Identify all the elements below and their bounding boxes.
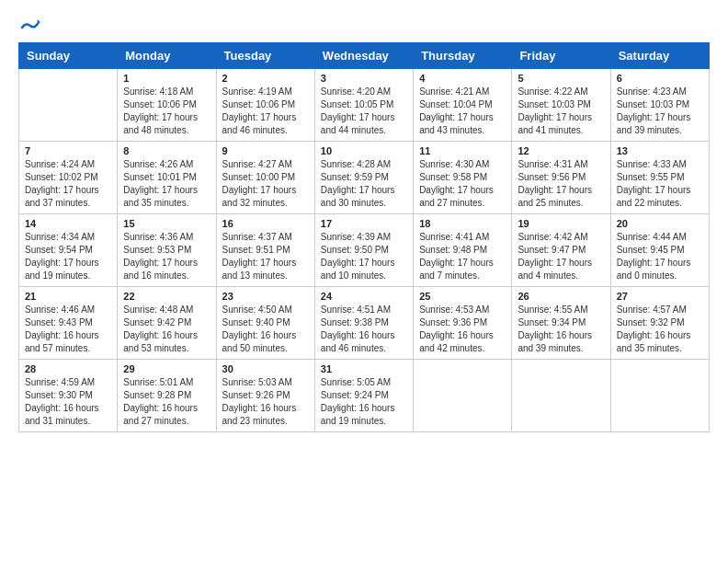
calendar-cell: 31Sunrise: 5:05 AM Sunset: 9:24 PM Dayli… [314, 360, 413, 432]
calendar-cell: 4Sunrise: 4:21 AM Sunset: 10:04 PM Dayli… [414, 69, 512, 142]
date-number: 16 [222, 218, 309, 229]
day-info: Sunrise: 4:26 AM Sunset: 10:01 PM Daylig… [123, 158, 210, 210]
calendar-cell: 12Sunrise: 4:31 AM Sunset: 9:56 PM Dayli… [512, 142, 610, 214]
day-info: Sunrise: 4:34 AM Sunset: 9:54 PM Dayligh… [25, 231, 111, 282]
date-number: 8 [123, 145, 210, 156]
date-number: 24 [321, 291, 407, 302]
day-info: Sunrise: 4:57 AM Sunset: 9:32 PM Dayligh… [617, 304, 703, 355]
day-info: Sunrise: 4:31 AM Sunset: 9:56 PM Dayligh… [518, 158, 604, 210]
calendar-cell [610, 360, 709, 432]
date-number: 22 [123, 291, 210, 302]
date-number: 2 [222, 73, 309, 84]
day-info: Sunrise: 4:53 AM Sunset: 9:36 PM Dayligh… [419, 304, 506, 355]
day-info: Sunrise: 4:51 AM Sunset: 9:38 PM Dayligh… [321, 304, 407, 355]
calendar-week-row: 7Sunrise: 4:24 AM Sunset: 10:02 PM Dayli… [19, 142, 710, 214]
header-day-thursday: Thursday [414, 43, 512, 69]
calendar-cell: 24Sunrise: 4:51 AM Sunset: 9:38 PM Dayli… [314, 287, 413, 360]
day-info: Sunrise: 4:21 AM Sunset: 10:04 PM Daylig… [419, 86, 506, 137]
date-number: 17 [321, 218, 407, 229]
calendar-cell: 7Sunrise: 4:24 AM Sunset: 10:02 PM Dayli… [19, 142, 118, 214]
calendar-cell: 27Sunrise: 4:57 AM Sunset: 9:32 PM Dayli… [610, 287, 709, 360]
calendar-cell: 19Sunrise: 4:42 AM Sunset: 9:47 PM Dayli… [512, 214, 610, 287]
date-number: 5 [518, 73, 604, 84]
calendar-week-row: 14Sunrise: 4:34 AM Sunset: 9:54 PM Dayli… [19, 214, 710, 287]
calendar-cell: 10Sunrise: 4:28 AM Sunset: 9:59 PM Dayli… [314, 142, 413, 214]
calendar-cell: 28Sunrise: 4:59 AM Sunset: 9:30 PM Dayli… [19, 360, 118, 432]
calendar-cell: 25Sunrise: 4:53 AM Sunset: 9:36 PM Dayli… [414, 287, 512, 360]
date-number: 30 [222, 363, 309, 374]
header-day-tuesday: Tuesday [216, 43, 314, 69]
date-number: 11 [419, 145, 506, 156]
header-day-saturday: Saturday [610, 43, 709, 69]
day-info: Sunrise: 4:44 AM Sunset: 9:45 PM Dayligh… [617, 231, 703, 282]
day-info: Sunrise: 4:19 AM Sunset: 10:06 PM Daylig… [222, 86, 309, 137]
day-info: Sunrise: 4:27 AM Sunset: 10:00 PM Daylig… [222, 158, 309, 210]
date-number: 14 [25, 218, 111, 229]
calendar-header-row: SundayMondayTuesdayWednesdayThursdayFrid… [19, 43, 710, 69]
header-day-sunday: Sunday [19, 43, 118, 69]
calendar-cell: 21Sunrise: 4:46 AM Sunset: 9:43 PM Dayli… [19, 287, 118, 360]
calendar-cell: 22Sunrise: 4:48 AM Sunset: 9:42 PM Dayli… [118, 287, 216, 360]
date-number: 15 [123, 218, 210, 229]
calendar-cell: 5Sunrise: 4:22 AM Sunset: 10:03 PM Dayli… [512, 69, 610, 142]
date-number: 12 [518, 145, 604, 156]
day-info: Sunrise: 4:50 AM Sunset: 9:40 PM Dayligh… [222, 304, 309, 355]
date-number: 26 [518, 291, 604, 302]
date-number: 6 [617, 73, 703, 84]
day-info: Sunrise: 4:22 AM Sunset: 10:03 PM Daylig… [518, 86, 604, 137]
date-number: 29 [123, 363, 210, 374]
day-info: Sunrise: 5:01 AM Sunset: 9:28 PM Dayligh… [123, 376, 210, 428]
calendar-cell: 8Sunrise: 4:26 AM Sunset: 10:01 PM Dayli… [118, 142, 216, 214]
calendar-cell: 9Sunrise: 4:27 AM Sunset: 10:00 PM Dayli… [216, 142, 314, 214]
calendar-cell: 1Sunrise: 4:18 AM Sunset: 10:06 PM Dayli… [118, 69, 216, 142]
day-info: Sunrise: 5:03 AM Sunset: 9:26 PM Dayligh… [222, 376, 309, 428]
day-info: Sunrise: 4:36 AM Sunset: 9:53 PM Dayligh… [123, 231, 210, 282]
calendar-week-row: 1Sunrise: 4:18 AM Sunset: 10:06 PM Dayli… [19, 69, 710, 142]
calendar-cell [19, 69, 118, 142]
date-number: 20 [617, 218, 703, 229]
date-number: 18 [419, 218, 506, 229]
calendar-cell: 15Sunrise: 4:36 AM Sunset: 9:53 PM Dayli… [118, 214, 216, 287]
header-day-friday: Friday [512, 43, 610, 69]
date-number: 28 [25, 363, 111, 374]
logo-wave-icon [20, 15, 40, 35]
date-number: 3 [321, 73, 407, 84]
calendar-cell: 20Sunrise: 4:44 AM Sunset: 9:45 PM Dayli… [610, 214, 709, 287]
calendar-cell: 30Sunrise: 5:03 AM Sunset: 9:26 PM Dayli… [216, 360, 314, 432]
date-number: 7 [25, 145, 111, 156]
logo [18, 15, 40, 35]
day-info: Sunrise: 4:41 AM Sunset: 9:48 PM Dayligh… [419, 231, 506, 282]
calendar-cell: 2Sunrise: 4:19 AM Sunset: 10:06 PM Dayli… [216, 69, 314, 142]
calendar-cell: 26Sunrise: 4:55 AM Sunset: 9:34 PM Dayli… [512, 287, 610, 360]
day-info: Sunrise: 4:46 AM Sunset: 9:43 PM Dayligh… [25, 304, 111, 355]
date-number: 31 [321, 363, 407, 374]
header-day-wednesday: Wednesday [314, 43, 413, 69]
calendar-week-row: 21Sunrise: 4:46 AM Sunset: 9:43 PM Dayli… [19, 287, 710, 360]
date-number: 19 [518, 218, 604, 229]
date-number: 10 [321, 145, 407, 156]
calendar-cell: 14Sunrise: 4:34 AM Sunset: 9:54 PM Dayli… [19, 214, 118, 287]
calendar-table: SundayMondayTuesdayWednesdayThursdayFrid… [18, 42, 710, 432]
day-info: Sunrise: 4:59 AM Sunset: 9:30 PM Dayligh… [25, 376, 111, 428]
calendar-cell [414, 360, 512, 432]
calendar-cell: 13Sunrise: 4:33 AM Sunset: 9:55 PM Dayli… [610, 142, 709, 214]
day-info: Sunrise: 4:30 AM Sunset: 9:58 PM Dayligh… [419, 158, 506, 210]
calendar-cell: 16Sunrise: 4:37 AM Sunset: 9:51 PM Dayli… [216, 214, 314, 287]
calendar-week-row: 28Sunrise: 4:59 AM Sunset: 9:30 PM Dayli… [19, 360, 710, 432]
day-info: Sunrise: 4:37 AM Sunset: 9:51 PM Dayligh… [222, 231, 309, 282]
day-info: Sunrise: 5:05 AM Sunset: 9:24 PM Dayligh… [321, 376, 407, 428]
calendar-cell [512, 360, 610, 432]
calendar-cell: 3Sunrise: 4:20 AM Sunset: 10:05 PM Dayli… [314, 69, 413, 142]
day-info: Sunrise: 4:55 AM Sunset: 9:34 PM Dayligh… [518, 304, 604, 355]
date-number: 21 [25, 291, 111, 302]
header-day-monday: Monday [118, 43, 216, 69]
day-info: Sunrise: 4:23 AM Sunset: 10:03 PM Daylig… [617, 86, 703, 137]
date-number: 23 [222, 291, 309, 302]
calendar-cell: 17Sunrise: 4:39 AM Sunset: 9:50 PM Dayli… [314, 214, 413, 287]
day-info: Sunrise: 4:33 AM Sunset: 9:55 PM Dayligh… [617, 158, 703, 210]
calendar-cell: 6Sunrise: 4:23 AM Sunset: 10:03 PM Dayli… [610, 69, 709, 142]
date-number: 13 [617, 145, 703, 156]
day-info: Sunrise: 4:20 AM Sunset: 10:05 PM Daylig… [321, 86, 407, 137]
page-header [18, 15, 710, 35]
day-info: Sunrise: 4:48 AM Sunset: 9:42 PM Dayligh… [123, 304, 210, 355]
